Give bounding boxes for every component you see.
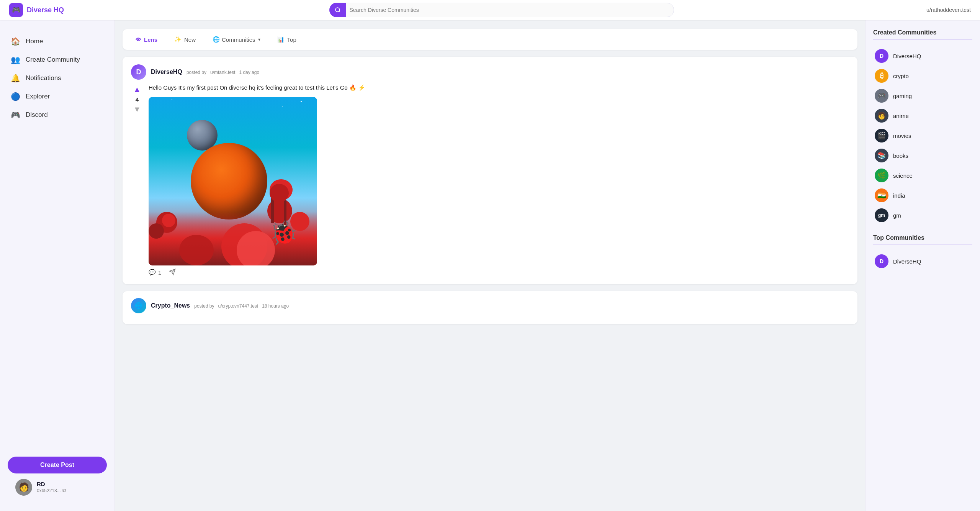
community-item-gaming[interactable]: 🎮 gaming	[873, 86, 972, 106]
sidebar-label-home: Home	[26, 38, 43, 45]
page-layout: 🏠 Home 👥 Create Community 🔔 Notification…	[0, 20, 980, 511]
copy-address-icon[interactable]: ⧉	[62, 487, 66, 494]
user-address: 0xb52213... ⧉	[37, 487, 99, 494]
share-button[interactable]	[169, 269, 176, 277]
community-avatar-anime: 🧑	[875, 109, 888, 123]
vote-count: 4	[136, 96, 139, 103]
user-display: u/rathoddeven.test	[894, 7, 971, 13]
sidebar-label-notifications: Notifications	[26, 74, 61, 82]
community-item-anime[interactable]: 🧑 anime	[873, 106, 972, 126]
community-item-movies[interactable]: 🎬 movies	[873, 126, 972, 146]
community-name-movies: movies	[893, 133, 911, 139]
community-name-india: india	[893, 192, 905, 199]
tab-top-label: Top	[287, 36, 296, 43]
community-item-diversehq-top[interactable]: D DiverseHQ	[873, 251, 972, 271]
user-name: RD	[37, 481, 99, 487]
community-item-gm[interactable]: gm gm	[873, 205, 972, 225]
community-name-gm: gm	[893, 212, 901, 219]
post-text: Hello Guys It's my first post On diverse…	[149, 84, 849, 92]
community-avatar-diversehq-top: D	[875, 254, 888, 268]
post-actions: 💬 1	[149, 269, 849, 277]
downvote-button[interactable]: ▼	[133, 104, 142, 115]
community-name-diversehq-top: DiverseHQ	[893, 258, 921, 265]
sidebar-item-discord[interactable]: 🎮 Discord	[0, 106, 115, 124]
logo[interactable]: 🎮 Diverse HQ	[9, 3, 109, 17]
community-avatar-science: 🌿	[875, 169, 888, 182]
community-item-india[interactable]: 🇮🇳 india	[873, 185, 972, 205]
sidebar-right: Created Communities D DiverseHQ ₿ crypto…	[865, 20, 980, 511]
sidebar-bottom: Create Post 🧑 RD 0xb52213... ⧉	[0, 450, 115, 502]
tab-new-label: New	[184, 36, 196, 43]
avatar: 🧑	[15, 479, 32, 496]
post-body: ▲ 4 ▼ Hello Guys It's my first post On d…	[131, 84, 849, 277]
post-community-name-2[interactable]: Crypto_News	[151, 302, 190, 309]
post-image: 🐞	[149, 97, 317, 265]
tab-top[interactable]: 📊 Top	[270, 33, 303, 46]
search-input[interactable]	[329, 3, 674, 17]
sidebar-item-notifications[interactable]: 🔔 Notifications	[0, 69, 115, 87]
chevron-down-icon: ▾	[258, 37, 260, 42]
post-header: D DiverseHQ posted by u/mtank.test 1 day…	[131, 64, 849, 80]
sidebar-item-create-community[interactable]: 👥 Create Community	[0, 51, 115, 69]
community-avatar-books: 📚	[875, 149, 888, 162]
community-avatar-movies: 🎬	[875, 129, 888, 142]
tab-lens-label: Lens	[144, 36, 157, 43]
lens-icon: 👁	[136, 36, 141, 43]
post-author-2: u/cryptovn7447.test	[218, 303, 258, 309]
community-avatar-diversehq: D	[875, 49, 888, 63]
upvote-button[interactable]: ▲	[133, 84, 142, 95]
post-submeta: posted by u/mtank.test 1 day ago	[184, 70, 259, 75]
sidebar-item-explorer[interactable]: 🔵 Explorer	[0, 87, 115, 106]
community-item-science[interactable]: 🌿 science	[873, 165, 972, 185]
top-navigation: 🎮 Diverse HQ u/rathoddeven.test	[0, 0, 980, 20]
post-time-2: 18 hours ago	[262, 303, 289, 309]
post-header-2: 🌐 Crypto_News posted by u/cryptovn7447.t…	[131, 298, 849, 313]
comment-button[interactable]: 💬 1	[149, 269, 161, 276]
post-card: D DiverseHQ posted by u/mtank.test 1 day…	[123, 57, 857, 284]
communities-icon: 🌐	[213, 36, 220, 43]
main-content: 👁 Lens ✨ New 🌐 Communities ▾ 📊 Top D	[115, 20, 865, 511]
community-item-crypto[interactable]: ₿ crypto	[873, 66, 972, 86]
post-meta-2: Crypto_News posted by u/cryptovn7447.tes…	[151, 302, 849, 309]
ladybug: 🐞	[269, 221, 298, 244]
tab-new[interactable]: ✨ New	[167, 33, 203, 46]
post-content: Hello Guys It's my first post On diverse…	[149, 84, 849, 277]
post-community-avatar: D	[131, 64, 146, 80]
logo-icon: 🎮	[9, 3, 23, 17]
post-author: u/mtank.test	[210, 70, 235, 75]
vote-section: ▲ 4 ▼	[131, 84, 143, 277]
community-name-science: science	[893, 172, 913, 179]
community-item-books[interactable]: 📚 books	[873, 146, 972, 165]
home-icon: 🏠	[11, 37, 20, 46]
share-icon	[169, 269, 176, 277]
comment-count: 1	[158, 269, 161, 276]
top-communities-title: Top Communities	[873, 234, 972, 245]
community-avatar-india: 🇮🇳	[875, 188, 888, 202]
community-name-books: books	[893, 152, 908, 159]
search-button[interactable]	[329, 3, 346, 17]
community-avatar-crypto: ₿	[875, 69, 888, 83]
post-community-name[interactable]: DiverseHQ	[151, 69, 182, 75]
community-avatar-gaming: 🎮	[875, 89, 888, 103]
sidebar-item-home[interactable]: 🏠 Home	[0, 32, 115, 51]
tab-communities[interactable]: 🌐 Communities ▾	[206, 33, 267, 46]
community-name-anime: anime	[893, 113, 909, 119]
sidebar-label-explorer: Explorer	[26, 93, 50, 100]
community-name-gaming: gaming	[893, 93, 912, 99]
logo-text: Diverse HQ	[27, 6, 64, 14]
community-name-diversehq: DiverseHQ	[893, 53, 921, 59]
sidebar-left: 🏠 Home 👥 Create Community 🔔 Notification…	[0, 20, 115, 511]
tab-lens[interactable]: 👁 Lens	[129, 33, 164, 46]
create-post-button[interactable]: Create Post	[8, 457, 107, 473]
user-bar: 🧑 RD 0xb52213... ⧉	[8, 473, 107, 496]
tabs-bar: 👁 Lens ✨ New 🌐 Communities ▾ 📊 Top	[123, 29, 857, 50]
sidebar-nav: 🏠 Home 👥 Create Community 🔔 Notification…	[0, 29, 115, 450]
post-community-avatar-2: 🌐	[131, 298, 146, 313]
community-item-diversehq[interactable]: D DiverseHQ	[873, 46, 972, 66]
sidebar-label-discord: Discord	[26, 111, 48, 119]
new-icon: ✨	[174, 36, 182, 43]
create-community-icon: 👥	[11, 55, 20, 64]
explorer-icon: 🔵	[11, 92, 20, 101]
community-name-crypto: crypto	[893, 73, 909, 79]
search-container	[329, 3, 674, 17]
